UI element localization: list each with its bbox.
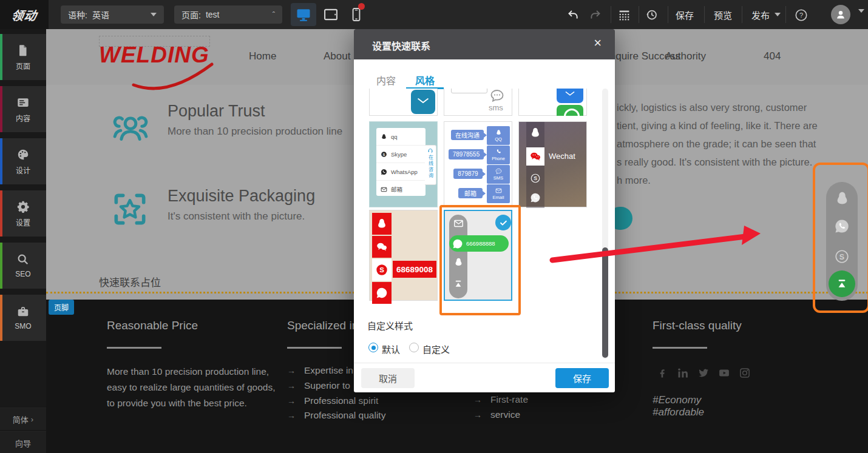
contact-button-stack: QQ Phone SMS Email (487, 126, 510, 204)
divider (611, 6, 611, 23)
skype-icon (375, 263, 388, 277)
footer-link[interactable]: →Superior to (287, 380, 350, 391)
style-thumbnail-selected[interactable]: 666988888 (444, 210, 512, 301)
divider (742, 6, 742, 23)
history-icon[interactable] (645, 8, 658, 21)
chat-bubble: 879879 (453, 169, 483, 179)
sms-label: sms (489, 103, 503, 112)
skype-icon[interactable] (834, 249, 850, 264)
collapse-top-icon (836, 278, 848, 290)
chat-bubble: 78978555 (449, 149, 484, 159)
desktop-view-button[interactable] (291, 3, 316, 26)
mobile-view-button[interactable] (344, 3, 369, 26)
footer-link[interactable]: →Expertise in (287, 365, 353, 376)
divider (668, 6, 668, 23)
radio-custom[interactable] (409, 343, 419, 352)
sidebar-language-toggle[interactable]: 简体› (0, 408, 46, 430)
account-chevron-down-icon[interactable] (858, 13, 864, 24)
sidebar-item-pages[interactable]: 页面 (0, 34, 46, 80)
footer-link[interactable]: →Professional spirit (287, 395, 378, 406)
style-thumbnail[interactable]: 68689008 (369, 210, 438, 301)
collapse-top-icon (453, 279, 463, 289)
back-to-top-button[interactable] (829, 270, 855, 297)
footer-col1-title: Reasonable Price (107, 319, 198, 332)
preview-button[interactable]: 预览 (714, 0, 732, 29)
nav-item-404[interactable]: 404 (764, 50, 781, 62)
sidebar-item-design[interactable]: 设计 (0, 138, 46, 184)
footer-link[interactable]: →service (473, 409, 520, 420)
wechat-icon (376, 241, 388, 253)
grid-icon[interactable] (618, 8, 631, 21)
app-logo-text: 领动 (10, 6, 38, 24)
desktop-icon (295, 6, 312, 23)
tab-content[interactable]: 内容 (376, 73, 396, 87)
custom-style-label: 自定义样式 (367, 319, 413, 332)
linkedin-icon[interactable] (677, 367, 689, 379)
save-button[interactable]: 保存 (676, 0, 694, 29)
redo-icon[interactable] (589, 8, 602, 21)
undo-icon[interactable] (567, 8, 580, 21)
whatsapp-icon[interactable] (834, 218, 850, 234)
youtube-icon[interactable] (718, 367, 730, 379)
footer-underline (653, 347, 707, 349)
radio-custom-label[interactable]: 自定义 (422, 343, 450, 355)
close-icon[interactable]: × (594, 35, 602, 51)
footer-link[interactable]: →Professional quality (287, 410, 385, 421)
phone-icon (495, 149, 502, 155)
phone-number-flag: 68689008 (393, 261, 436, 278)
avatar[interactable] (831, 5, 850, 24)
envelope-icon (416, 95, 430, 109)
stripe (0, 243, 2, 289)
help-icon[interactable] (795, 8, 808, 22)
qq-tile (372, 213, 392, 235)
email-icon (495, 187, 502, 194)
sidebar-item-settings[interactable]: 设置 (0, 190, 46, 237)
footer-link[interactable]: →First-rate (473, 394, 528, 405)
topbar: 领动 语种: 英语 页面: test ˆ︎ 保存 预览 发布 (0, 0, 868, 29)
footer-col1-text: More than 10 precision production line, … (107, 364, 277, 411)
feature-desc: More than 10 precision production line (168, 126, 342, 138)
nav-item-authority[interactable]: Authority (665, 50, 706, 62)
instagram-icon[interactable] (739, 367, 751, 379)
paragraph-line: s really good. It's consistent with the … (617, 156, 812, 168)
twitter-icon[interactable] (697, 367, 710, 379)
footer-badge[interactable]: 页脚 (49, 300, 74, 315)
scrollbar-thumb[interactable] (602, 247, 608, 358)
qq-icon (495, 129, 502, 136)
envelope-tile-blue (557, 89, 583, 103)
style-thumbnail[interactable]: Wechat (518, 121, 587, 207)
site-logo[interactable]: WELDING (99, 42, 209, 68)
stripe (0, 34, 2, 80)
arrow-right-icon: → (287, 411, 296, 420)
app-logo[interactable]: 领动 (0, 0, 49, 29)
publish-button[interactable]: 发布 (751, 0, 781, 29)
page-dropdown[interactable]: 页面: test ˆ︎ (174, 5, 282, 24)
tablet-view-button[interactable] (318, 3, 344, 26)
facebook-icon[interactable] (656, 367, 668, 379)
caret-down-icon (151, 13, 157, 16)
cancel-button[interactable]: 取消 (361, 368, 415, 388)
arrow-right-icon: → (287, 396, 296, 406)
language-dropdown[interactable]: 语种: 英语 (61, 5, 164, 24)
sidebar-item-smo[interactable]: SMO (0, 295, 46, 341)
nav-item-about[interactable]: About (324, 50, 350, 62)
dialog-footer-divider (354, 363, 615, 363)
people-icon (110, 109, 151, 149)
save-button[interactable]: 保存 (555, 368, 609, 388)
skype-tile (372, 259, 392, 281)
nav-item-home[interactable]: Home (249, 50, 276, 62)
sidebar-wizard[interactable]: 向导 (0, 431, 46, 453)
sms-bubble-icon (489, 89, 506, 103)
sidebar-item-content[interactable]: 内容 (0, 86, 46, 132)
paragraph-line: h more. (617, 175, 651, 186)
style-thumbnail[interactable]: qq Skype WhatsApp 邮箱 在线咨询 (369, 121, 438, 207)
radio-default[interactable] (368, 343, 378, 352)
qq-icon[interactable] (834, 190, 850, 207)
radio-default-label[interactable]: 默认 (382, 343, 400, 355)
footer-hashtag: #Economy (653, 394, 701, 406)
whatsapp-icon (452, 238, 463, 249)
skype-icon (381, 151, 387, 158)
tab-style[interactable]: 风格 (415, 73, 435, 87)
footer-underline (287, 347, 342, 349)
sidebar-item-seo[interactable]: SEO (0, 243, 46, 289)
